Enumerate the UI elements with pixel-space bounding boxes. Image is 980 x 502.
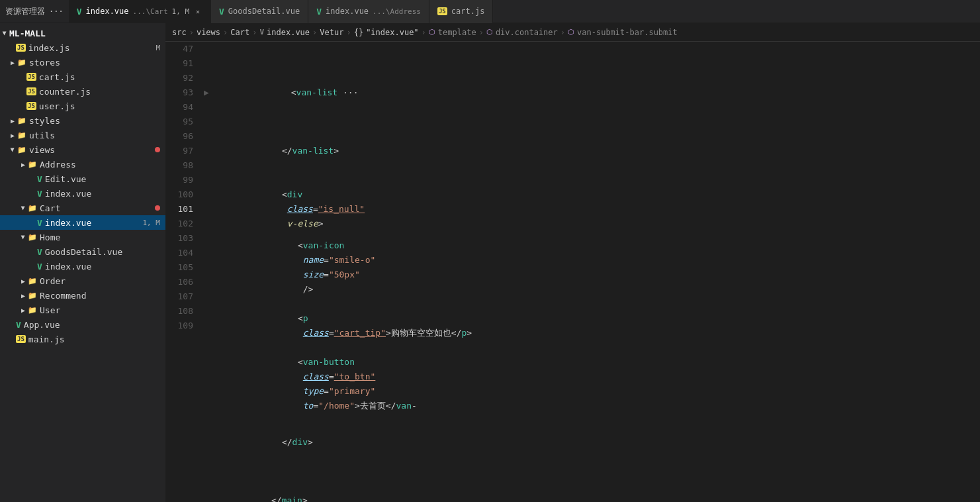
ln-99: 99: [171, 173, 193, 187]
js-icon-main: JS: [16, 335, 26, 343]
line-numbers: 47 91 92 93 94 95 96 97 98 99 100 101 10…: [165, 42, 199, 502]
arrow-stores: ▶: [11, 59, 15, 66]
bc-div-container: div.container: [496, 28, 558, 37]
sidebar-item-address[interactable]: ▶ 📁 Address: [0, 157, 165, 172]
vue-icon-app: V: [16, 320, 21, 330]
item-badge-index-cart: 1, M: [143, 219, 161, 227]
sidebar-item-views[interactable]: ▶ 📁 views: [0, 142, 165, 157]
sidebar-item-app-vue[interactable]: V App.vue: [0, 317, 165, 332]
item-label-cart: Cart: [40, 203, 60, 213]
arrow-views: ▶: [9, 148, 17, 152]
bc-index-vue2: "index.vue": [366, 28, 418, 37]
vue-icon-index-home: V: [37, 262, 42, 272]
explorer-label: 资源管理器 ···: [0, 6, 69, 17]
item-label-styles: styles: [29, 116, 60, 126]
sidebar-item-utils[interactable]: ▶ 📁 utils: [0, 128, 165, 142]
ln-103: 103: [171, 231, 193, 246]
bc-cart: Cart: [230, 28, 249, 37]
folder-icon-stores: 📁: [17, 58, 26, 67]
sidebar-item-cart[interactable]: ▶ 📁 Cart: [0, 201, 165, 215]
ln-91: 91: [171, 56, 193, 71]
tab-label-1: index.vue: [86, 7, 129, 16]
sidebar-item-counter-js[interactable]: JS counter.js: [0, 84, 165, 99]
item-label-order: Order: [40, 276, 66, 286]
sidebar-item-recommend[interactable]: ▶ 📁 Recommend: [0, 288, 165, 303]
tab-badge-1: 1, M: [172, 7, 190, 16]
folder-icon-home: 📁: [28, 233, 37, 242]
ln-95: 95: [171, 115, 193, 129]
bc-index-vue: index.vue: [267, 28, 310, 37]
sidebar-item-edit-vue[interactable]: V Edit.vue: [0, 172, 165, 186]
arrow-styles: ▶: [11, 117, 15, 125]
sidebar-root[interactable]: ▶ ML-MALL: [0, 26, 165, 40]
sidebar-item-index-address-vue[interactable]: V index.vue: [0, 186, 165, 201]
tab-label-3: index.vue: [326, 7, 369, 16]
arrow-address: ▶: [21, 161, 25, 168]
breadcrumb: src › views › Cart › V index.vue › Vetur…: [165, 23, 980, 42]
code-content[interactable]: ▶ <van-list ··· </van-list> <div class="…: [199, 42, 980, 502]
ln-108: 108: [171, 304, 193, 319]
editor[interactable]: 47 91 92 93 94 95 96 97 98 99 100 101 10…: [165, 42, 980, 502]
bc-div-icon: ⬡: [486, 28, 493, 36]
vue-icon-3: V: [316, 7, 322, 17]
folder-icon-utils: 📁: [17, 131, 26, 140]
explorer-text: 资源管理器: [5, 6, 45, 17]
ln-106: 106: [171, 275, 193, 289]
item-label-views: views: [29, 145, 55, 155]
item-label-counter-js: counter.js: [39, 87, 91, 97]
item-label-goodsdetail-vue: GoodsDetail.vue: [45, 247, 122, 257]
tab-goodsdetail[interactable]: V GoodsDetail.vue: [211, 0, 308, 23]
tab-index-cart[interactable]: V index.vue ...\Cart 1, M ✕: [69, 0, 211, 23]
item-label-recommend: Recommend: [40, 291, 86, 301]
sidebar-item-index-js[interactable]: JS index.js M: [0, 40, 165, 55]
sidebar-item-main-js[interactable]: JS main.js: [0, 332, 165, 346]
bc-vue-icon: V: [259, 28, 264, 36]
item-label-user: User: [40, 305, 60, 315]
sidebar-item-order[interactable]: ▶ 📁 Order: [0, 274, 165, 288]
sidebar-item-index-cart-vue[interactable]: V index.vue 1, M: [0, 215, 165, 230]
item-label-edit-vue: Edit.vue: [45, 174, 87, 184]
item-label-index-js: index.js: [28, 43, 70, 53]
sidebar-item-cart-js[interactable]: JS cart.js: [0, 70, 165, 84]
code-line-47: ▶ <van-list ···: [204, 85, 980, 100]
sidebar-item-index-home-vue[interactable]: V index.vue: [0, 259, 165, 274]
folder-icon-recommend: 📁: [28, 291, 37, 300]
code-line-92: <div class="is_null" v-else>: [204, 202, 980, 217]
sidebar-item-styles[interactable]: ▶ 📁 styles: [0, 113, 165, 128]
tab-bar: 资源管理器 ··· V index.vue ...\Cart 1, M ✕ V …: [0, 0, 980, 23]
tab-path-1: ...\Cart: [133, 7, 168, 16]
fold-47[interactable]: ▶: [204, 85, 209, 100]
bc-template-icon: ⬡: [429, 28, 435, 36]
tab-close-1[interactable]: ✕: [193, 7, 202, 16]
js-icon-sidebar: JS: [16, 44, 26, 52]
sidebar-item-user-js[interactable]: JS user.js: [0, 99, 165, 113]
folder-icon-views: 📁: [17, 146, 26, 154]
tab-cart-js[interactable]: JS cart.js: [429, 0, 493, 23]
sidebar-item-stores[interactable]: ▶ 📁 stores: [0, 55, 165, 70]
arrow-home: ▶: [20, 235, 27, 239]
item-label-stores: stores: [29, 58, 60, 68]
tab-index-address[interactable]: V index.vue ...\Address: [308, 0, 429, 23]
folder-icon-styles: 📁: [17, 117, 26, 125]
dot-badge-cart: [155, 205, 160, 211]
sidebar-item-goodsdetail-vue[interactable]: V GoodsDetail.vue: [0, 244, 165, 259]
sidebar-item-user[interactable]: ▶ 📁 User: [0, 303, 165, 317]
folder-icon-cart: 📁: [28, 204, 37, 213]
ln-92: 92: [171, 71, 193, 85]
tab-label-4: cart.js: [451, 7, 485, 16]
vue-icon-1: V: [77, 7, 82, 17]
code-line-93: <van-icon name="smile-o" size="50px" />: [204, 260, 980, 275]
arrow-order: ▶: [21, 277, 25, 285]
vue-icon-index-cart: V: [37, 218, 42, 228]
js-icon-cart: JS: [26, 73, 36, 81]
sidebar-item-home[interactable]: ▶ 📁 Home: [0, 230, 165, 244]
vue-icon-goodsdetail: V: [37, 247, 42, 257]
arrow-recommend: ▶: [21, 292, 25, 299]
root-label: ML-MALL: [9, 28, 46, 38]
main-layout: ▶ ML-MALL JS index.js M ▶ 📁 stores JS ca…: [0, 23, 980, 502]
item-label-home: Home: [40, 232, 60, 242]
tab-label-2: GoodsDetail.vue: [228, 7, 300, 16]
item-label-index-cart-vue: index.vue: [45, 218, 91, 228]
tab-path-3: ...\Address: [373, 7, 421, 16]
bc-van-submit-bar: van-submit-bar.submit: [577, 28, 678, 37]
